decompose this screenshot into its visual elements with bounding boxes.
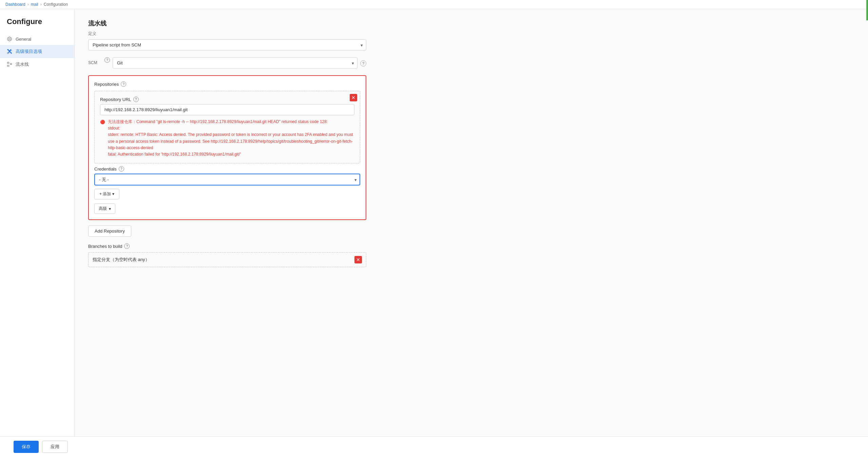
scrollbar-accent bbox=[866, 0, 868, 20]
sidebar-title: Configure bbox=[0, 17, 74, 33]
credentials-label: Credentials bbox=[94, 166, 117, 172]
repo-close-button[interactable]: ✕ bbox=[350, 94, 357, 101]
repo-url-label: Repository URL bbox=[100, 97, 131, 102]
flow-icon bbox=[7, 62, 12, 67]
sidebar-item-advanced[interactable]: 高级项目选项 bbox=[0, 45, 74, 58]
scm-help-icon[interactable]: ? bbox=[360, 60, 366, 66]
branches-header: Branches to build ? bbox=[88, 243, 366, 249]
error-text: 无法连接仓库：Command "git ls-remote -h -- http… bbox=[108, 119, 354, 158]
scm-question-icon[interactable]: ? bbox=[104, 57, 110, 63]
repositories-question-icon[interactable]: ? bbox=[121, 81, 126, 87]
credentials-row: - 无 - ▾ bbox=[94, 174, 360, 185]
breadcrumb-sep1: › bbox=[27, 2, 29, 7]
error-stderr-line: stderr: remote: HTTP Basic: Access denie… bbox=[108, 132, 354, 151]
save-button[interactable]: 保存 bbox=[14, 441, 39, 453]
advanced-button-label: 高级 bbox=[99, 206, 107, 212]
breadcrumb-mail[interactable]: mail bbox=[31, 2, 38, 7]
advanced-button[interactable]: 高级 ▾ bbox=[94, 203, 115, 214]
save-label: 保存 bbox=[22, 444, 31, 449]
sidebar-item-general[interactable]: General bbox=[0, 33, 74, 45]
add-credentials-label: + 添加 ▾ bbox=[99, 191, 114, 197]
branches-section: Branches to build ? 指定分支（为空时代表 any） ✕ bbox=[88, 243, 366, 267]
sidebar-label-advanced: 高级项目选项 bbox=[16, 48, 42, 55]
branch-specifier-text: 指定分支（为空时代表 any） bbox=[93, 257, 150, 263]
credentials-question-icon[interactable]: ? bbox=[119, 166, 124, 172]
credentials-section: Credentials ? - 无 - ▾ + 添加 ▾ bbox=[94, 166, 360, 214]
scm-label: SCM bbox=[88, 57, 102, 65]
pipeline-title: 流水线 bbox=[88, 19, 854, 27]
sidebar-item-pipeline[interactable]: 流水线 bbox=[0, 58, 74, 71]
advanced-chevron-icon: ▾ bbox=[109, 206, 111, 211]
repo-url-label-row: Repository URL ? bbox=[100, 97, 354, 102]
error-block: 🔴 无法连接仓库：Command "git ls-remote -h -- ht… bbox=[100, 119, 354, 158]
branch-row: 指定分支（为空时代表 any） ✕ bbox=[88, 252, 366, 267]
repo-url-question-icon[interactable]: ? bbox=[133, 97, 139, 102]
sidebar: Configure General 高级项目选项 bbox=[0, 9, 75, 436]
error-fatal-line: fatal: Authentication failed for 'http:/… bbox=[108, 151, 354, 158]
branch-close-button[interactable]: ✕ bbox=[354, 256, 362, 263]
add-repository-button[interactable]: Add Repository bbox=[88, 225, 131, 237]
add-credentials-button[interactable]: + 添加 ▾ bbox=[94, 189, 119, 199]
credentials-select[interactable]: - 无 - bbox=[94, 174, 360, 185]
apply-button[interactable]: 应用 bbox=[42, 441, 68, 453]
breadcrumb: Dashboard › mail › Configuration bbox=[0, 0, 868, 9]
definition-label: 定义 bbox=[88, 31, 854, 37]
credentials-label-row: Credentials ? bbox=[94, 166, 360, 172]
repository-card: ✕ Repository URL ? 🔴 无法连接仓库：Command "git… bbox=[94, 91, 360, 163]
gear-icon bbox=[7, 36, 12, 42]
error-stdout-line: stdout: bbox=[108, 125, 354, 132]
apply-label: 应用 bbox=[51, 444, 59, 449]
wrench-icon bbox=[7, 49, 12, 54]
scm-select[interactable]: Git bbox=[113, 57, 358, 68]
bottom-toolbar: 保存 应用 bbox=[0, 436, 868, 457]
repositories-header: Repositories ? bbox=[94, 81, 360, 87]
error-main-line: 无法连接仓库：Command "git ls-remote -h -- http… bbox=[108, 119, 354, 125]
definition-select[interactable]: Pipeline script from SCM bbox=[88, 39, 366, 51]
repositories-label: Repositories bbox=[94, 82, 119, 87]
branches-question-icon[interactable]: ? bbox=[124, 243, 130, 249]
branches-label: Branches to build bbox=[88, 244, 122, 249]
breadcrumb-dashboard[interactable]: Dashboard bbox=[5, 2, 25, 7]
breadcrumb-config: Configuration bbox=[44, 2, 68, 7]
breadcrumb-sep2: › bbox=[40, 2, 42, 7]
sidebar-label-general: General bbox=[16, 37, 31, 42]
error-icon: 🔴 bbox=[100, 119, 105, 158]
repository-url-input[interactable] bbox=[100, 104, 354, 115]
add-repository-label: Add Repository bbox=[95, 228, 125, 234]
sidebar-label-pipeline: 流水线 bbox=[16, 61, 29, 67]
main-content: 流水线 定义 Pipeline script from SCM ▾ SCM ? … bbox=[75, 9, 868, 436]
